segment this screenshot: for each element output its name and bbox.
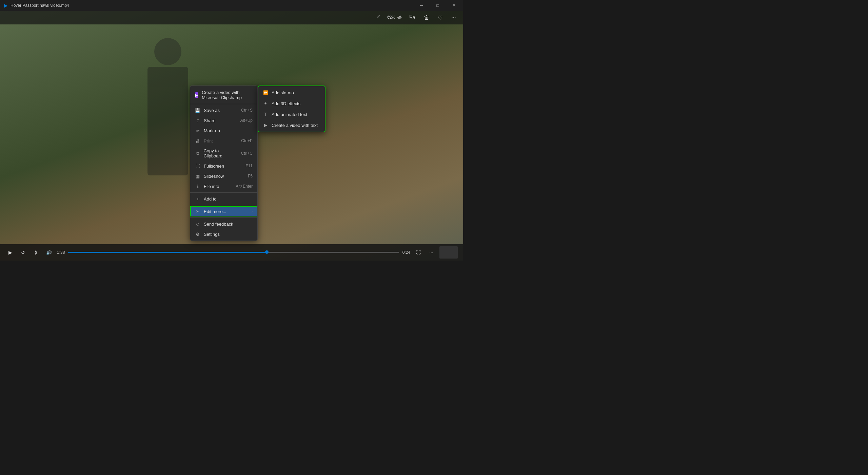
- share-shortcut: Alt+Up: [240, 118, 253, 123]
- expand-icon[interactable]: ⤢: [374, 12, 383, 20]
- delete-icon[interactable]: 🗑: [421, 12, 432, 23]
- menu-item-edit-more-label: Edit more...: [204, 209, 226, 214]
- menu-item-settings-label: Settings: [204, 232, 220, 237]
- menu-item-save-as-label: Save as: [204, 108, 220, 113]
- current-time: 1:38: [57, 250, 65, 255]
- save-as-shortcut: Ctrl+S: [241, 108, 253, 113]
- menu-item-markup[interactable]: ✏ Mark-up: [190, 126, 257, 136]
- print-icon: 🖨: [195, 138, 200, 144]
- forward-button[interactable]: ⟫: [31, 248, 41, 257]
- menu-item-fullscreen[interactable]: ⛶ Fullscreen F11: [190, 161, 257, 171]
- edit-more-submenu: ⏩ Add slo-mo ✦ Add 3D effects T Add anim…: [258, 86, 326, 132]
- menu-item-add-to-label: Add to: [204, 196, 217, 202]
- slo-mo-icon: ⏩: [263, 90, 268, 95]
- save-icon: 💾: [195, 108, 200, 113]
- menu-separator-3: [190, 205, 257, 205]
- animated-text-icon: T: [263, 112, 268, 117]
- submenu-arrow-icon: ›: [251, 209, 253, 213]
- feedback-icon: ☺: [195, 221, 200, 227]
- info-icon: ℹ: [195, 184, 200, 189]
- menu-item-copy-clipboard[interactable]: ⧉ Copy to Clipboard Ctrl+C: [190, 146, 257, 161]
- clipchamp-icon: ▶: [195, 92, 198, 98]
- menu-item-save-as[interactable]: 💾 Save as Ctrl+S: [190, 105, 257, 115]
- menu-item-print[interactable]: 🖨 Print Ctrl+P: [190, 136, 257, 146]
- menu-item-settings[interactable]: ⚙ Settings: [190, 229, 257, 239]
- menu-item-send-feedback[interactable]: ☺ Send feedback: [190, 219, 257, 229]
- edit-more-icon: ✂: [195, 209, 200, 214]
- submenu-item-add-3d-effects[interactable]: ✦ Add 3D effects: [258, 98, 325, 109]
- total-time: 0:24: [402, 250, 410, 255]
- copy-icon: ⧉: [195, 151, 200, 156]
- video-controls-bar: ▶ ↺ ⟫ 🔊 1:38 0:24 ⛶ ···: [0, 244, 463, 261]
- menu-item-edit-more[interactable]: ✂ Edit more... ›: [190, 206, 257, 216]
- settings-icon: ⚙: [195, 231, 200, 237]
- menu-item-share[interactable]: ⤴ Share Alt+Up: [190, 115, 257, 126]
- titlebar-maximize-button[interactable]: □: [430, 0, 446, 11]
- submenu-item-add-3d-effects-label: Add 3D effects: [272, 101, 300, 106]
- menu-item-slideshow[interactable]: ▦ Slideshow F5: [190, 171, 257, 181]
- file-info-shortcut: Alt+Enter: [236, 184, 253, 189]
- titlebar-minimize-button[interactable]: ─: [414, 0, 429, 11]
- slideshow-icon: ▦: [195, 173, 200, 179]
- menu-item-slideshow-label: Slideshow: [204, 174, 224, 179]
- video-area: ✏ ↺ 🗑 ♡ ··· ⤢ － ＋ ⊡ 62% ▶ Create a video…: [0, 11, 463, 261]
- progress-fill: [68, 252, 267, 253]
- submenu-item-create-video-with-text-label: Create a video with text: [272, 123, 318, 128]
- menu-item-clipchamp[interactable]: ▶ Create a video with Microsoft Clipcham…: [190, 87, 257, 103]
- menu-item-markup-label: Mark-up: [204, 128, 220, 133]
- submenu-item-add-animated-text[interactable]: T Add animated text: [258, 109, 325, 120]
- menu-separator-2: [190, 192, 257, 193]
- submenu-item-create-video-with-text[interactable]: ▶ Create a video with text: [258, 120, 325, 131]
- submenu-item-add-animated-text-label: Add animated text: [272, 112, 307, 117]
- titlebar: ▶ Hover Passport hawk video.mp4 ─ □ ✕: [0, 0, 463, 11]
- window-controls: ⤢ － ＋ ⊡ 62%: [374, 12, 416, 20]
- menu-item-add-to[interactable]: + Add to: [190, 194, 257, 204]
- titlebar-title: Hover Passport hawk video.mp4: [11, 3, 69, 8]
- volume-button[interactable]: 🔊: [44, 248, 54, 257]
- zoom-in-icon[interactable]: ＋: [395, 12, 405, 20]
- heart-icon[interactable]: ♡: [435, 12, 446, 23]
- play-button[interactable]: ▶: [5, 248, 15, 257]
- copy-shortcut: Ctrl+C: [241, 151, 253, 156]
- titlebar-controls: ─ □ ✕: [414, 0, 463, 11]
- submenu-item-add-slo-mo[interactable]: ⏩ Add slo-mo: [258, 87, 325, 98]
- menu-item-file-info[interactable]: ℹ File info Alt+Enter: [190, 181, 257, 191]
- fullscreen-shortcut: F11: [245, 164, 253, 168]
- submenu-item-add-slo-mo-label: Add slo-mo: [272, 90, 294, 95]
- menu-item-share-label: Share: [204, 118, 216, 123]
- more-options-icon[interactable]: ···: [448, 12, 459, 23]
- menu-item-file-info-label: File info: [204, 184, 219, 189]
- slideshow-shortcut: F5: [248, 174, 253, 178]
- more-controls-button[interactable]: ···: [427, 248, 436, 257]
- menu-item-copy-clipboard-label: Copy to Clipboard: [203, 148, 237, 158]
- fit-icon[interactable]: ⊡: [406, 12, 416, 20]
- print-shortcut: Ctrl+P: [241, 138, 253, 143]
- context-menu: ▶ Create a video with Microsoft Clipcham…: [190, 86, 258, 241]
- video-text-icon: ▶: [263, 122, 268, 128]
- menu-item-print-label: Print: [204, 138, 213, 144]
- add-icon: +: [195, 196, 200, 202]
- progress-bar[interactable]: [68, 252, 399, 253]
- markup-icon: ✏: [195, 128, 200, 133]
- fullscreen-control-button[interactable]: ⛶: [414, 248, 423, 257]
- app-icon: ▶: [4, 3, 8, 8]
- replay-button[interactable]: ↺: [18, 248, 28, 257]
- menu-item-clipchamp-label: Create a video with Microsoft Clipchamp: [202, 90, 253, 100]
- fullscreen-icon: ⛶: [195, 163, 200, 169]
- zoom-level: 62%: [387, 15, 395, 20]
- titlebar-close-button[interactable]: ✕: [446, 0, 462, 11]
- menu-separator-4: [190, 217, 257, 218]
- menu-separator-1: [190, 104, 257, 104]
- 3d-effects-icon: ✦: [263, 101, 268, 106]
- progress-thumb: [265, 250, 269, 254]
- thumbnail-preview: [439, 246, 458, 259]
- titlebar-left: ▶ Hover Passport hawk video.mp4: [0, 3, 69, 8]
- share-icon: ⤴: [195, 118, 200, 123]
- menu-item-fullscreen-label: Fullscreen: [204, 164, 224, 169]
- menu-item-send-feedback-label: Send feedback: [204, 222, 233, 227]
